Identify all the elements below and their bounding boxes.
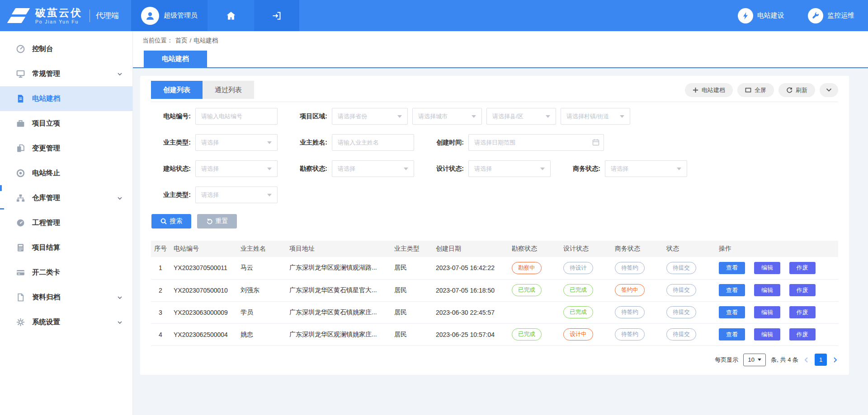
brand-subtitle: Po Jian Yun Fu — [35, 19, 82, 24]
chevron-down-icon — [117, 295, 123, 300]
build-status-select[interactable]: 请选择 — [195, 160, 278, 177]
survey-status-select[interactable]: 请选择 — [332, 160, 414, 177]
caret-icon — [397, 115, 402, 118]
table-row: 1 YX2023070500011 马云 广东深圳龙华区观澜镇观湖路... 居民… — [151, 257, 838, 279]
sidebar-item-general[interactable]: 常规管理 — [0, 61, 132, 86]
design-status-select[interactable]: 请选择 — [468, 160, 551, 177]
brand: 破茧云伏 Po Jian Yun Fu 代理端 — [0, 0, 131, 31]
business-status-badge: 待签约 — [615, 328, 645, 340]
cell-code: YX2023063000009 — [170, 301, 237, 323]
document-icon — [16, 94, 25, 103]
view-button[interactable]: 查看 — [719, 328, 745, 340]
business-status-label: 商务状态: — [561, 165, 600, 173]
sidebar-item-station-archive[interactable]: 电站建档 — [0, 86, 132, 111]
caret-icon — [540, 168, 545, 170]
survey-status-badge: 已完成 — [512, 284, 542, 296]
sidebar-item-dashboard[interactable]: 控制台 — [0, 37, 132, 61]
sidebar-item-settings[interactable]: 系统设置 — [0, 310, 132, 335]
edit-button[interactable]: 编辑 — [754, 262, 780, 274]
owner-name-label: 业主姓名: — [288, 139, 327, 147]
nav-monitor-ops[interactable]: 监控运维 — [808, 8, 854, 23]
edit-button[interactable]: 编辑 — [754, 284, 780, 296]
void-button[interactable]: 作废 — [789, 284, 816, 296]
home-button[interactable] — [208, 0, 254, 31]
logout-button[interactable] — [254, 0, 299, 31]
tab-passed-list[interactable]: 通过列表 — [203, 81, 254, 99]
design-status-badge: 已完成 — [563, 284, 593, 296]
sidebar-item-change-management[interactable]: 变更管理 — [0, 136, 132, 161]
design-status-badge: 待设计 — [563, 262, 593, 274]
breadcrumb-separator: / — [190, 37, 192, 44]
status-badge: 待提交 — [666, 328, 696, 340]
survey-status-badge: 勘察中 — [512, 262, 542, 274]
bolt-icon — [741, 12, 750, 20]
prev-page-button[interactable] — [803, 357, 810, 363]
sidebar-item-settlement[interactable]: 项目结算 — [0, 235, 132, 260]
sidebar-item-project-initiation[interactable]: 项目立项 — [0, 111, 132, 136]
search-button[interactable]: 搜索 — [151, 214, 191, 228]
town-select[interactable]: 请选择村镇/街道 — [561, 108, 630, 125]
next-page-button[interactable] — [832, 357, 838, 363]
cell-created: 2023-06-30 22:45:57 — [432, 301, 508, 323]
user-menu[interactable]: 超级管理员 — [131, 0, 208, 31]
caret-icon — [472, 115, 476, 118]
create-station-button[interactable]: 电站建档 — [685, 83, 733, 97]
caret-icon — [267, 141, 272, 144]
sidebar-item-card[interactable]: 开二类卡 — [0, 260, 132, 285]
tab-create-list[interactable]: 创建列表 — [151, 81, 203, 99]
reset-button[interactable]: 重置 — [197, 214, 237, 228]
view-button[interactable]: 查看 — [719, 262, 745, 274]
chevron-down-icon — [117, 320, 123, 325]
sidebar-scroll-mark — [0, 208, 4, 210]
toolbar: 电站建档 全屏 刷新 — [685, 83, 838, 97]
sidebar-item-warehouse[interactable]: 仓库管理 — [0, 186, 132, 210]
page-tab-station-archive[interactable]: 电站建档 — [144, 51, 207, 67]
fullscreen-button[interactable]: 全屏 — [737, 83, 774, 97]
breadcrumb-prefix: 当前位置： — [142, 37, 173, 45]
owner-type2-select[interactable]: 请选择 — [195, 187, 278, 203]
owner-type-select[interactable]: 请选择 — [195, 134, 278, 151]
breadcrumb-home[interactable]: 首页 — [175, 37, 188, 45]
edit-button[interactable]: 编辑 — [754, 306, 780, 318]
cell-type: 居民 — [391, 323, 432, 345]
void-button[interactable]: 作废 — [789, 306, 816, 318]
total-label: 条, 共 4 条 — [771, 356, 798, 364]
nav-station-build[interactable]: 电站建设 — [738, 8, 784, 23]
file-icon — [16, 293, 25, 302]
void-button[interactable]: 作废 — [789, 328, 816, 340]
per-page-select[interactable]: 10 — [743, 354, 766, 366]
page-number-button[interactable]: 1 — [815, 354, 827, 366]
cell-type: 居民 — [391, 301, 432, 323]
sidebar-item-station-termination[interactable]: 电站终止 — [0, 161, 132, 186]
avatar — [141, 7, 159, 25]
view-button[interactable]: 查看 — [719, 284, 745, 296]
sidebar-item-engineering[interactable]: 工程管理 — [0, 210, 132, 235]
portal-label: 代理端 — [96, 10, 119, 21]
refresh-button[interactable]: 刷新 — [778, 83, 815, 97]
station-code-input[interactable] — [195, 108, 278, 125]
county-select[interactable]: 请选择县/区 — [486, 108, 556, 125]
cell-type: 居民 — [391, 257, 432, 279]
owner-name-input[interactable] — [332, 134, 414, 151]
status-badge: 待提交 — [666, 284, 696, 296]
cell-created: 2023-07-05 16:18:50 — [432, 279, 508, 301]
credit-card-icon — [16, 268, 25, 277]
content: 创建列表 通过列表 电站建档 全屏 刷新 — [133, 68, 868, 386]
home-icon — [225, 10, 237, 21]
sidebar-item-data-archive[interactable]: 资料归档 — [0, 285, 132, 310]
table-row: 3 YX2023063000009 学员 广东深圳龙华区黄石镇姚家庄... 居民… — [151, 301, 838, 323]
per-page-label: 每页显示 — [715, 356, 738, 364]
void-button[interactable]: 作废 — [789, 262, 816, 274]
city-select[interactable]: 请选择城市 — [412, 108, 482, 125]
edit-button[interactable]: 编辑 — [754, 328, 780, 340]
sidebar: 控制台 常规管理 电站建档 项目立项 变更管理 电站终止 — [0, 31, 133, 415]
brand-separator — [90, 9, 90, 22]
view-button[interactable]: 查看 — [719, 306, 745, 318]
search-icon — [160, 218, 167, 224]
date-range-input[interactable] — [468, 134, 604, 151]
cell-code: YX2023070500010 — [170, 279, 237, 301]
province-select[interactable]: 请选择省份 — [332, 108, 408, 125]
business-status-select[interactable]: 请选择 — [605, 160, 687, 177]
collapse-button[interactable] — [820, 83, 838, 97]
business-status-badge: 签约中 — [615, 284, 645, 296]
